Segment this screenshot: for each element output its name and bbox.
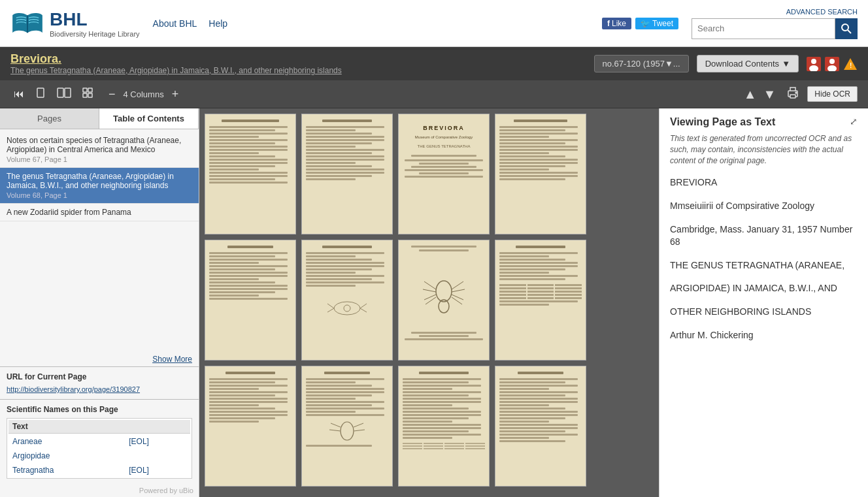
sci-name-link-araneae[interactable]: Araneae	[12, 437, 42, 446]
toc-item-0[interactable]: Notes on certain species of Tetragnatha …	[0, 132, 199, 168]
book-subtitle[interactable]: The genus Tetragnatha (Araneae, Argiopid…	[10, 66, 586, 75]
toc-item-title-2: A new Zodariid spider from Panama	[7, 208, 192, 217]
page-thumbnail-1[interactable]	[301, 114, 393, 234]
sci-names-header: Text	[8, 420, 190, 434]
svg-text:!: !	[850, 62, 852, 69]
first-page-button[interactable]: ⏮	[10, 86, 27, 102]
social-buttons: f Like 🐦 Tweet	[602, 18, 678, 29]
url-section: URL for Current Page http://biodiversity…	[0, 366, 199, 399]
left-sidebar: Pages Table of Contents Notes on certain…	[0, 108, 199, 497]
svg-point-6	[829, 59, 835, 64]
person-icon[interactable]	[807, 57, 821, 71]
facebook-icon: f	[607, 19, 610, 28]
toc-item-volume-0: Volume 67, Page 1	[7, 155, 192, 163]
logo-area: BHL Biodiversity Heritage Library	[10, 9, 140, 38]
svg-point-25	[344, 305, 350, 312]
svg-rect-13	[83, 88, 87, 92]
ocr-line-3: THE GENUS TETRAGNATHA (ARANEAE,	[670, 259, 858, 272]
svg-line-30	[424, 295, 436, 300]
search-input[interactable]	[692, 18, 835, 39]
warning-icon[interactable]: !	[843, 57, 858, 71]
url-section-label: URL for Current Page	[7, 372, 192, 381]
page-thumbnail-7[interactable]	[495, 240, 586, 361]
page-thumbnail-3[interactable]	[495, 114, 586, 234]
toc-item-volume-1: Volume 68, Page 1	[7, 191, 192, 199]
help-link[interactable]: Help	[209, 18, 227, 29]
ocr-line-6: Arthur M. Chickering	[670, 329, 858, 342]
toc-item-2[interactable]: A new Zodariid spider from Panama	[0, 204, 199, 221]
page-thumbnail-11[interactable]	[495, 366, 586, 487]
page-thumbnail-4[interactable]	[205, 240, 296, 361]
sci-name-row-1: Argiopidae	[8, 449, 190, 462]
single-page-button[interactable]	[31, 85, 50, 103]
svg-line-22	[327, 308, 334, 312]
advanced-search-link[interactable]: ADVANCED SEARCH	[786, 8, 858, 16]
top-navigation: BHL Biodiversity Heritage Library About …	[0, 0, 868, 47]
scroll-up-button[interactable]: ▲	[741, 87, 760, 102]
hide-ocr-button[interactable]: Hide OCR	[807, 86, 858, 102]
sci-name-eol-araneae[interactable]: [EOL]	[129, 437, 149, 446]
svg-line-37	[331, 423, 341, 427]
show-more-link[interactable]: Show More	[152, 355, 192, 364]
page-thumbnail-0[interactable]	[205, 114, 296, 234]
powered-by: Powered by uBio	[0, 484, 199, 497]
logo-full-text: Biodiversity Heritage Library	[50, 30, 140, 38]
svg-point-0	[842, 24, 848, 31]
decrease-columns-button[interactable]: −	[106, 88, 118, 101]
bhl-logo-icon[interactable]	[10, 10, 44, 37]
svg-rect-14	[88, 88, 92, 92]
svg-rect-11	[58, 88, 63, 97]
twitter-tweet-button[interactable]: 🐦 Tweet	[635, 18, 678, 29]
print-button[interactable]	[782, 84, 803, 104]
tweet-label: Tweet	[652, 19, 673, 28]
sci-name-link-argiopidae[interactable]: Argiopidae	[12, 451, 50, 460]
page-thumbnail-9[interactable]	[301, 366, 393, 487]
twitter-icon: 🐦	[641, 19, 650, 28]
columns-control: − 4 Columns +	[106, 88, 181, 101]
sci-name-eol-tetragnatha[interactable]: [EOL]	[129, 466, 149, 475]
columns-label: 4 Columns	[124, 89, 164, 99]
search-icon	[841, 24, 852, 34]
svg-point-26	[436, 281, 452, 302]
download-contents-button[interactable]: Download Contents ▼	[697, 55, 799, 72]
double-page-button[interactable]	[54, 85, 75, 103]
sci-names-table: Text Araneae [EOL] Argiopidae Tetragnath…	[7, 418, 192, 479]
volume-selector-button[interactable]: no.67-120 (1957▼...	[594, 55, 689, 72]
ocr-panel: Viewing Page as Text ⤢ This text is gene…	[659, 108, 868, 497]
toc-item-1[interactable]: The genus Tetragnatha (Araneae, Argiopid…	[0, 168, 199, 204]
ocr-line-2: Cambridge, Mass. January 31, 1957 Number…	[670, 223, 858, 249]
page-thumbnail-8[interactable]	[205, 366, 296, 487]
ocr-line-4: ARGIOPIDAE) IN JAMAICA, B.W.I., AND	[670, 282, 858, 295]
page-thumbnail-10[interactable]	[398, 366, 490, 487]
facebook-like-button[interactable]: f Like	[602, 18, 631, 29]
increase-columns-button[interactable]: +	[169, 88, 182, 101]
page-thumbnail-5[interactable]	[301, 240, 393, 361]
sci-name-row-0: Araneae [EOL]	[8, 435, 190, 448]
title-bar: Breviora. The genus Tetragnatha (Araneae…	[0, 47, 868, 80]
toc-list: Notes on certain species of Tetragnatha …	[0, 129, 199, 352]
title-action-icons: !	[807, 57, 858, 71]
person2-icon[interactable]	[825, 57, 839, 71]
ocr-line-1: Mmseiuiirii of Compsirative Zoology	[670, 200, 858, 213]
svg-line-38	[329, 430, 341, 431]
book-title[interactable]: Breviora.	[10, 52, 586, 66]
url-link[interactable]: http://biodiversitylibrary.org/page/3190…	[7, 385, 140, 393]
ocr-expand-button[interactable]: ⤢	[850, 116, 858, 127]
scroll-down-button[interactable]: ▼	[761, 87, 779, 102]
page-thumbnail-title[interactable]: BREVIORA Museum of Comparative Zoology T…	[398, 114, 490, 234]
page-navigation-arrows: ▲ ▼	[741, 87, 779, 102]
page-grid[interactable]: BREVIORA Museum of Comparative Zoology T…	[199, 108, 659, 497]
pages-tab[interactable]: Pages	[0, 108, 99, 129]
sci-name-link-tetragnatha[interactable]: Tetragnatha	[12, 466, 54, 475]
grid-view-button[interactable]	[78, 85, 97, 103]
svg-line-40	[354, 430, 365, 431]
svg-point-20	[334, 302, 360, 315]
about-bhl-link[interactable]: About BHL	[153, 18, 197, 29]
svg-line-34	[452, 295, 463, 300]
search-button[interactable]	[835, 18, 858, 39]
logo-text: BHL Biodiversity Heritage Library	[50, 9, 140, 38]
page-thumbnail-6[interactable]	[398, 240, 490, 361]
svg-rect-15	[83, 93, 87, 97]
toc-tab[interactable]: Table of Contents	[99, 108, 199, 129]
download-arrow-icon: ▼	[782, 59, 790, 69]
